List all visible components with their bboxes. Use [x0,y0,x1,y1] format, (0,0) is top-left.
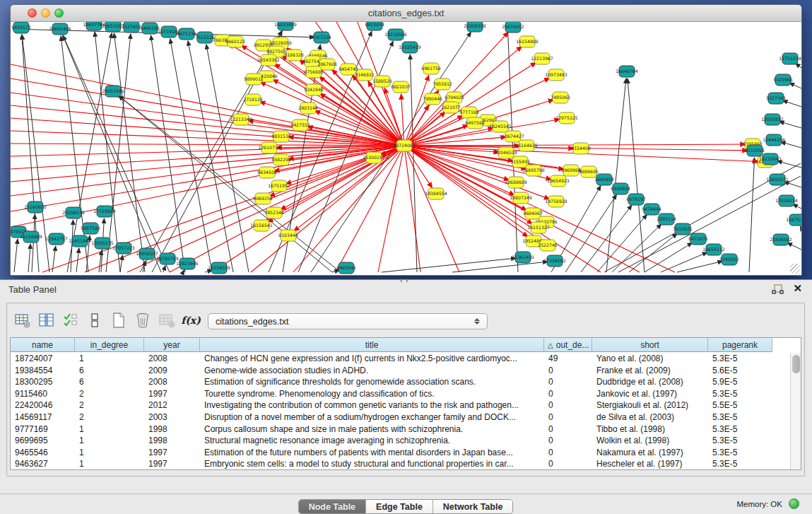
graph-node-label: 10688609 [505,180,527,185]
splitter-handle[interactable] [398,278,411,283]
graph-node-label: 8427552 [290,122,310,127]
memory-status-indicator-icon[interactable] [789,498,799,509]
table-row[interactable]: 1830029562008Estimation of significance … [11,376,789,388]
select-columns-icon[interactable] [37,310,57,330]
column-header-label: pagerank [722,340,758,350]
graph-node-label: 19654923 [547,178,570,183]
delete-columns-icon[interactable] [133,310,153,330]
table-cell: Franke et al. (2009) [592,365,708,377]
graph-node-label: 12942757 [45,236,68,241]
column-header-out_de[interactable]: △out_de... [544,338,592,352]
table-row[interactable]: 1938455462009Genome-wide association stu… [11,365,789,377]
graph-node-label: 16543382 [257,57,280,62]
table-cell: Estimation of significance thresholds fo… [200,376,544,388]
column-header-in_degree[interactable]: in_degree [75,338,144,352]
new-column-icon[interactable] [109,310,129,330]
table-row[interactable]: 1872400712008Changes of HCN gene express… [11,353,789,365]
graph-node-label: 9227343 [766,95,786,100]
table-cell: 0 [544,435,592,447]
graph-node-label: 8813054 [365,22,384,27]
scrollbar-thumb[interactable] [792,355,800,373]
table-cell: Wolkin et al. (1998) [592,435,708,447]
vertical-scrollbar[interactable] [790,353,801,469]
graph-node-label: 16895798 [522,168,545,173]
graph-node-label: 9634508 [257,170,277,175]
table-row[interactable]: 1456911722003Disruption of a novel membe… [11,411,789,424]
table-cell: 2003 [144,411,200,424]
table-cell: 2009 [144,365,200,377]
table-row[interactable]: 2242004622012Investigating the contribut… [11,399,789,411]
table-settings-icon[interactable] [13,310,33,330]
column-header-title[interactable]: title [200,338,544,352]
selection-mode-icon[interactable] [61,310,81,330]
column-header-year[interactable]: year [144,338,200,352]
column-header-pagerank[interactable]: pagerank [708,338,772,352]
table-selector-dropdown[interactable]: citations_edges.txt [208,313,488,329]
graph-node-label: 9831534 [271,134,291,139]
graph-node-label: 8827503 [266,49,286,54]
table-panel-header: Table Panel ✕ [0,280,812,298]
table-cell: Genome-wide association studies in ADHD. [200,365,544,377]
table-cell: 1998 [144,435,200,447]
column-header-short[interactable]: short [592,338,708,352]
graph-node-label: 8215958 [745,148,765,153]
column-header-name[interactable]: name [11,338,75,352]
resize-grip-icon[interactable] [790,264,800,274]
graph-node-label: 9699695 [579,169,599,174]
table-cell: 0 [544,411,592,424]
graph-node-label: 1640954 [594,177,614,182]
table-row[interactable]: 969969511998Structural magnetic resonanc… [11,435,789,447]
graph-node-label: 7955812 [433,81,452,86]
graph-node-label: 15692071 [766,177,789,182]
graph-node-label: 8186328 [284,52,304,57]
network-canvas[interactable]: 1872400776638228660123891295518226058882… [11,22,801,275]
graph-node-label: 9097588 [81,226,100,230]
table-cell: 9463627 [11,458,75,469]
window-titlebar[interactable]: citations_edges.txt [11,5,801,22]
graph-node-label: 6961758 [421,66,441,71]
graph-node-label: 11361410 [512,255,534,259]
table-cell: Estimation of the future numbers of pati… [200,447,544,459]
table-cell: 5.3E-5 [708,447,772,459]
graph-node-label: 13505135 [91,240,114,245]
graph-node-label: 9242848 [304,87,324,92]
table-cell: 14569117 [11,411,75,424]
graph-node-label: 17016514 [775,198,798,203]
graph-node-label: 8756685 [304,69,324,74]
table-cell: 2008 [144,353,200,365]
table-cell: 18724007 [11,353,75,365]
table-cell: 0 [544,365,592,377]
table-header-row: namein_degreeyeartitle△out_de...shortpag… [11,338,801,352]
graph-node-label: 8822037 [391,84,411,89]
table-body[interactable]: 1872400712008Changes of HCN gene express… [11,353,789,469]
table-cell: Yano et al. (2008) [592,353,708,365]
graph-node-label: 26876012 [502,24,524,29]
table-cell: 1998 [144,424,200,436]
graph-node-label: 22046518 [495,150,517,155]
table-row[interactable]: 977716911998Corpus callosum shape and si… [11,424,789,436]
table-cell: Structural magnetic resonance image aver… [200,435,544,447]
float-panel-icon[interactable] [772,284,784,296]
table-row[interactable]: 946362711997Embryonic stem cells: a mode… [11,458,789,469]
column-header-label: name [32,340,53,350]
graph-node-label: 6497568 [465,120,485,125]
graph-node-label: 12213349 [230,117,252,122]
graph-node-label: 16334559 [208,265,230,270]
column-header-label: out_de... [556,340,589,350]
close-panel-icon[interactable]: ✕ [793,282,802,295]
table-cell: 0 [544,424,592,436]
row-height-icon[interactable] [85,310,105,330]
application-desktop: citations_edges.txt 18724007766382286601… [0,0,812,514]
table-cell: 0 [544,447,592,459]
table-cell: 5.3E-5 [708,388,772,400]
function-builder-icon[interactable]: f(x) [181,310,201,330]
table-row[interactable]: 911546021997Tourette syndrome. Phenomeno… [11,388,789,400]
node-table: namein_degreeyeartitle△out_de...shortpag… [10,337,801,470]
table-row[interactable]: 946554611997Estimation of the future num… [11,447,789,459]
table-cell: 0 [544,458,592,469]
delete-table-icon [157,310,177,330]
graph-node-label: 9146821 [355,72,375,77]
table-cell: Stergiakouli et al. (2012) [592,399,708,411]
network-graph[interactable]: 1872400776638228660123891295518226058882… [11,22,801,275]
graph-node-label: 1588520 [372,78,392,83]
